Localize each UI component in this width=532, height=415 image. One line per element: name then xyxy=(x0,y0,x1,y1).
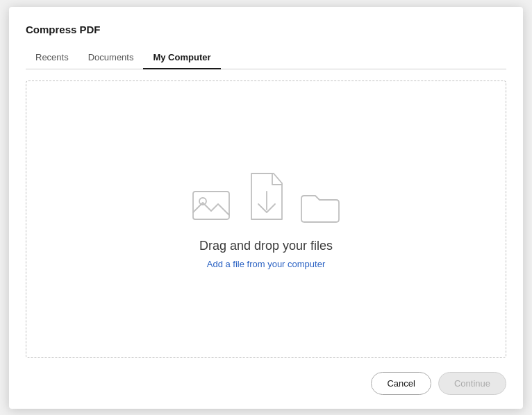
continue-button[interactable]: Continue xyxy=(438,372,506,395)
svg-rect-0 xyxy=(193,192,229,219)
document-icon xyxy=(242,169,292,225)
compress-pdf-dialog: Compress PDF Recents Documents My Comput… xyxy=(9,7,523,409)
tab-my-computer[interactable]: My Computer xyxy=(143,46,220,69)
icon-group xyxy=(190,169,342,225)
dialog-footer: Cancel Continue xyxy=(26,369,506,395)
tab-documents[interactable]: Documents xyxy=(78,46,144,69)
svg-point-1 xyxy=(199,198,206,205)
add-file-link[interactable]: Add a file from your computer xyxy=(207,259,326,269)
folder-icon xyxy=(299,189,342,225)
tab-bar: Recents Documents My Computer xyxy=(26,46,506,69)
drop-zone[interactable]: Drag and drop your files Add a file from… xyxy=(26,81,506,358)
dialog-title: Compress PDF xyxy=(26,24,506,35)
drag-drop-text: Drag and drop your files xyxy=(199,239,333,253)
tab-recents[interactable]: Recents xyxy=(26,46,78,69)
image-icon xyxy=(190,186,235,225)
cancel-button[interactable]: Cancel xyxy=(371,372,431,395)
